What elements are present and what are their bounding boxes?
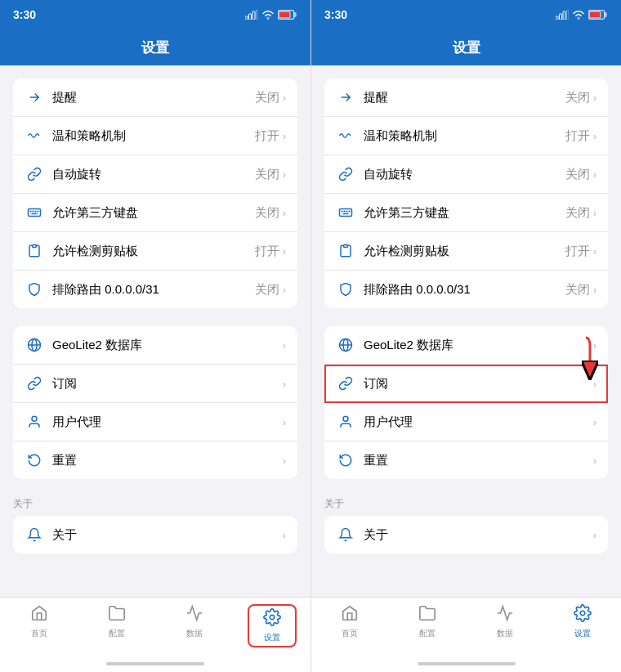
svg-rect-19 bbox=[556, 16, 558, 20]
status-bar: 3:30 bbox=[311, 0, 621, 29]
svg-rect-33 bbox=[344, 245, 348, 248]
chevron-icon: › bbox=[283, 130, 286, 142]
item-label: 订阅 bbox=[52, 376, 283, 392]
tab-config[interactable]: 配置 bbox=[92, 604, 141, 639]
svg-rect-27 bbox=[340, 209, 352, 217]
section-label: 关于 bbox=[13, 497, 297, 511]
svg-rect-2 bbox=[252, 11, 255, 20]
settings-item-geolite[interactable]: GeoLite2 数据库› bbox=[324, 326, 608, 365]
settings-item-reset[interactable]: 重置› bbox=[13, 441, 297, 479]
settings-item-subscribe[interactable]: 订阅› bbox=[324, 365, 608, 403]
reset-icon bbox=[336, 450, 355, 470]
chevron-icon: › bbox=[283, 416, 286, 428]
item-label: 重置 bbox=[364, 453, 593, 468]
section-top-section: 提醒关闭›温和策略机制打开›自动旋转关闭›允许第三方键盘关闭›允许检测剪贴板打开… bbox=[0, 78, 310, 308]
svg-rect-5 bbox=[294, 12, 296, 16]
clipboard-icon bbox=[25, 241, 44, 261]
chevron-icon: › bbox=[283, 455, 286, 467]
chevron-icon: › bbox=[593, 529, 596, 541]
home-indicator bbox=[311, 656, 621, 672]
svg-rect-6 bbox=[279, 11, 290, 18]
settings-item-auto-rotate[interactable]: 自动旋转关闭› bbox=[324, 155, 608, 194]
chevron-icon: › bbox=[593, 378, 596, 390]
svg-rect-1 bbox=[249, 14, 252, 20]
settings-item-reminder[interactable]: 提醒关闭› bbox=[13, 78, 297, 117]
item-label: 温和策略机制 bbox=[364, 128, 565, 144]
item-label: 允许第三方键盘 bbox=[52, 205, 255, 221]
item-label: 关于 bbox=[364, 527, 593, 543]
chevron-icon: › bbox=[593, 455, 596, 467]
tab-config[interactable]: 配置 bbox=[403, 604, 452, 639]
tab-label: 首页 bbox=[31, 628, 47, 639]
item-value: 打开 bbox=[565, 244, 590, 259]
folder-icon bbox=[418, 604, 436, 625]
settings-item-third-keyboard[interactable]: 允许第三方键盘关闭› bbox=[13, 194, 297, 232]
settings-item-gentle-policy[interactable]: 温和策略机制打开› bbox=[13, 117, 297, 155]
signal-icon bbox=[556, 10, 569, 20]
settings-item-auto-rotate[interactable]: 自动旋转关闭› bbox=[13, 155, 297, 194]
status-icons bbox=[245, 10, 297, 20]
tab-data[interactable]: 数据 bbox=[170, 604, 219, 639]
chevron-icon: › bbox=[593, 130, 596, 142]
tab-label: 数据 bbox=[186, 628, 203, 639]
settings-item-geolite[interactable]: GeoLite2 数据库› bbox=[13, 326, 297, 365]
chevron-icon: › bbox=[283, 207, 286, 219]
wave-icon bbox=[25, 126, 44, 146]
settings-card: 关于› bbox=[13, 516, 297, 553]
settings-item-exclude-route[interactable]: 排除路由 0.0.0.0/31关闭› bbox=[324, 271, 608, 308]
svg-point-38 bbox=[580, 611, 585, 616]
panel-right: 3:30 设置 bbox=[310, 0, 621, 672]
tab-settings[interactable]: 设置 bbox=[558, 604, 607, 639]
home-icon bbox=[30, 604, 48, 625]
tab-settings[interactable]: 设置 bbox=[248, 604, 297, 647]
item-label: 用户代理 bbox=[52, 414, 283, 430]
reset-icon bbox=[25, 450, 44, 470]
item-label: GeoLite2 数据库 bbox=[364, 338, 593, 353]
item-label: 自动旋转 bbox=[364, 167, 565, 182]
tab-bar: 首页配置数据设置 bbox=[311, 597, 621, 656]
chevron-icon: › bbox=[593, 245, 596, 258]
settings-item-about[interactable]: 关于› bbox=[13, 516, 297, 553]
chevron-icon: › bbox=[593, 168, 596, 181]
item-value: 关闭 bbox=[255, 205, 279, 221]
tab-home[interactable]: 首页 bbox=[325, 604, 374, 639]
item-label: 订阅 bbox=[364, 376, 593, 392]
svg-rect-0 bbox=[245, 16, 248, 20]
settings-card: GeoLite2 数据库›订阅›用户代理›重置› bbox=[324, 326, 608, 479]
settings-item-exclude-route[interactable]: 排除路由 0.0.0.0/31关闭› bbox=[13, 271, 297, 308]
settings-item-reminder[interactable]: 提醒关闭› bbox=[324, 78, 608, 117]
tab-home[interactable]: 首页 bbox=[15, 604, 64, 639]
settings-item-user-agent[interactable]: 用户代理› bbox=[324, 403, 608, 441]
settings-item-about[interactable]: 关于› bbox=[324, 516, 608, 553]
bell-icon bbox=[25, 525, 44, 544]
chevron-icon: › bbox=[593, 416, 596, 428]
settings-card: 关于› bbox=[324, 516, 608, 553]
item-value: 关闭 bbox=[255, 282, 279, 298]
chevron-icon: › bbox=[593, 339, 596, 352]
tab-data[interactable]: 数据 bbox=[480, 604, 529, 639]
section-top-section: 提醒关闭›温和策略机制打开›自动旋转关闭›允许第三方键盘关闭›允许检测剪贴板打开… bbox=[311, 78, 621, 308]
wifi-icon bbox=[572, 10, 585, 20]
settings-item-gentle-policy[interactable]: 温和策略机制打开› bbox=[324, 117, 608, 155]
item-label: 允许检测剪贴板 bbox=[52, 244, 255, 259]
item-label: 自动旋转 bbox=[52, 167, 255, 182]
chevron-icon: › bbox=[283, 245, 286, 258]
tab-label: 设置 bbox=[264, 632, 280, 643]
gear-icon bbox=[574, 604, 592, 625]
svg-rect-7 bbox=[29, 209, 41, 217]
settings-item-reset[interactable]: 重置› bbox=[324, 441, 608, 479]
item-value: 关闭 bbox=[565, 282, 590, 298]
folder-icon bbox=[108, 604, 126, 625]
item-label: 允许检测剪贴板 bbox=[364, 244, 565, 259]
status-time: 3:30 bbox=[324, 8, 347, 21]
clipboard-icon bbox=[336, 241, 355, 261]
chart-icon bbox=[496, 604, 514, 625]
item-label: 提醒 bbox=[364, 90, 565, 105]
settings-item-third-keyboard[interactable]: 允许第三方键盘关闭› bbox=[324, 194, 608, 232]
svg-rect-25 bbox=[589, 11, 601, 18]
settings-item-clipboard[interactable]: 允许检测剪贴板打开› bbox=[324, 232, 608, 271]
settings-item-clipboard[interactable]: 允许检测剪贴板打开› bbox=[13, 232, 297, 271]
settings-item-subscribe[interactable]: 订阅› bbox=[13, 365, 297, 403]
settings-item-user-agent[interactable]: 用户代理› bbox=[13, 403, 297, 441]
item-value: 打开 bbox=[255, 244, 279, 259]
